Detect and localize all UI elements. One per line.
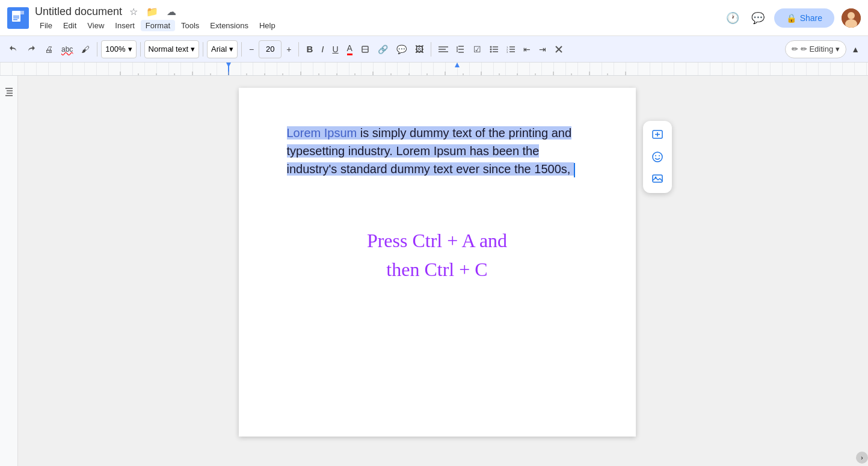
- image-button[interactable]: 🖼: [411, 40, 427, 59]
- svg-point-21: [490, 48, 491, 50]
- menu-file[interactable]: File: [35, 20, 57, 31]
- redo-button[interactable]: [23, 40, 40, 59]
- divider-1: [97, 42, 97, 57]
- title-bar: Untitled document ☆ 📁 ☁ File Edit View I…: [0, 0, 868, 36]
- scroll-bottom-arrow[interactable]: ›: [856, 452, 868, 464]
- pencil-icon: ✏: [792, 44, 798, 54]
- svg-point-9: [848, 12, 855, 19]
- menu-view[interactable]: View: [82, 20, 109, 31]
- comments-button[interactable]: 💬: [749, 9, 767, 27]
- indent-increase-button[interactable]: ⇥: [535, 40, 550, 59]
- font-arrow: ▾: [229, 44, 233, 54]
- star-button[interactable]: ☆: [127, 5, 140, 19]
- menu-extensions[interactable]: Extensions: [205, 20, 253, 31]
- docs-logo: [7, 7, 29, 29]
- main-area: Lorem Ipsum is simply dummy text of the …: [0, 76, 868, 466]
- svg-rect-7: [13, 19, 17, 20]
- divider-2: [140, 42, 141, 57]
- svg-point-73: [655, 155, 656, 156]
- align-button[interactable]: [435, 40, 452, 59]
- handwritten-line2: then Ctrl + C: [287, 255, 588, 284]
- menu-help[interactable]: Help: [254, 20, 280, 31]
- doc-title-row: Untitled document ☆ 📁 ☁: [35, 5, 724, 19]
- svg-marker-64: [455, 63, 460, 67]
- font-value: Arial: [211, 44, 227, 54]
- share-button[interactable]: 🔒 Share: [774, 8, 834, 28]
- font-size-box[interactable]: 20: [259, 40, 282, 58]
- svg-point-74: [659, 155, 660, 156]
- menu-edit[interactable]: Edit: [58, 20, 81, 31]
- font-color-button[interactable]: A: [343, 40, 356, 59]
- bold-button[interactable]: B: [303, 40, 316, 59]
- zoom-select[interactable]: 100% ▾: [101, 40, 136, 58]
- svg-text:3.: 3.: [506, 51, 508, 53]
- spellcheck-button[interactable]: abc: [58, 40, 76, 59]
- text-style-select[interactable]: Normal text ▾: [144, 40, 199, 58]
- paint-format-button[interactable]: 🖌: [78, 40, 93, 59]
- bullet-list-button[interactable]: [486, 40, 502, 59]
- document-page[interactable]: Lorem Ipsum is simply dummy text of the …: [239, 88, 636, 437]
- history-button[interactable]: 🕐: [724, 9, 742, 27]
- divider-4: [241, 42, 242, 57]
- svg-rect-6: [13, 17, 19, 19]
- share-label: Share: [800, 13, 822, 23]
- numbered-list-button[interactable]: 1.2.3.: [503, 40, 519, 59]
- menu-insert[interactable]: Insert: [110, 20, 140, 31]
- decrease-font-button[interactable]: −: [245, 40, 257, 59]
- header-right: 🕐 💬 🔒 Share: [724, 8, 861, 28]
- zoom-arrow: ▾: [128, 44, 132, 54]
- ruler-inner: [0, 63, 868, 75]
- clear-format-button[interactable]: [551, 40, 567, 59]
- title-icons: ☆ 📁 ☁: [127, 5, 179, 19]
- undo-button[interactable]: [5, 40, 22, 59]
- emoji-fab[interactable]: [648, 147, 667, 167]
- menu-bar: File Edit View Insert Format Tools Exten…: [35, 20, 724, 31]
- image-fab[interactable]: [648, 169, 667, 188]
- text-content: Lorem Ipsum is simply dummy text of the …: [287, 124, 588, 178]
- line-spacing-button[interactable]: [453, 40, 469, 59]
- share-lock-icon: 🔒: [786, 13, 796, 23]
- editing-mode-label: ✏ Editing: [801, 44, 833, 54]
- increase-font-button[interactable]: +: [283, 40, 295, 59]
- outline-button[interactable]: [0, 82, 18, 101]
- folder-button[interactable]: 📁: [144, 5, 161, 19]
- editing-mode-select[interactable]: ✏ ✏ Editing ▾: [785, 40, 846, 58]
- comment-button[interactable]: 💬: [393, 40, 410, 59]
- ruler: [0, 63, 868, 76]
- svg-point-23: [490, 51, 491, 52]
- svg-point-72: [653, 152, 662, 162]
- link-button[interactable]: 🔗: [374, 40, 392, 59]
- underline-button[interactable]: U: [328, 40, 342, 59]
- handwritten-text: Press Ctrl + A and then Ctrl + C: [287, 226, 588, 284]
- editing-arrow: ▾: [836, 44, 840, 54]
- svg-rect-5: [13, 16, 19, 17]
- expand-toolbar-button[interactable]: ▲: [848, 40, 863, 59]
- doc-title[interactable]: Untitled document: [35, 5, 122, 18]
- text-style-value: Normal text: [149, 44, 188, 54]
- lorem-ipsum-highlight: Lorem Ipsum: [287, 126, 357, 139]
- menu-tools[interactable]: Tools: [176, 20, 204, 31]
- add-comment-fab[interactable]: [648, 126, 667, 145]
- doc-area[interactable]: Lorem Ipsum is simply dummy text of the …: [18, 76, 856, 466]
- divider-6: [431, 42, 431, 57]
- avatar: [842, 8, 861, 28]
- title-area: Untitled document ☆ 📁 ☁ File Edit View I…: [35, 5, 724, 31]
- page-wrapper: Lorem Ipsum is simply dummy text of the …: [239, 88, 636, 437]
- checklist-button[interactable]: ☑: [470, 40, 485, 59]
- fab-panel: [643, 121, 672, 193]
- toolbar: 🖨 abc 🖌 100% ▾ Normal text ▾ Arial ▾ − 2…: [0, 36, 868, 63]
- svg-marker-63: [226, 63, 231, 67]
- print-button[interactable]: 🖨: [41, 40, 57, 59]
- indent-decrease-button[interactable]: ⇤: [520, 40, 534, 59]
- svg-rect-75: [653, 175, 662, 182]
- text-cursor: [574, 163, 575, 177]
- cloud-button[interactable]: ☁: [164, 5, 179, 19]
- italic-button[interactable]: I: [318, 40, 327, 59]
- left-panel: [0, 76, 18, 466]
- font-select[interactable]: Arial ▾: [207, 40, 238, 58]
- highlight-button[interactable]: [357, 40, 373, 59]
- svg-point-19: [490, 46, 491, 48]
- right-panel: ›: [856, 76, 868, 466]
- divider-5: [298, 42, 299, 57]
- menu-format[interactable]: Format: [141, 20, 175, 31]
